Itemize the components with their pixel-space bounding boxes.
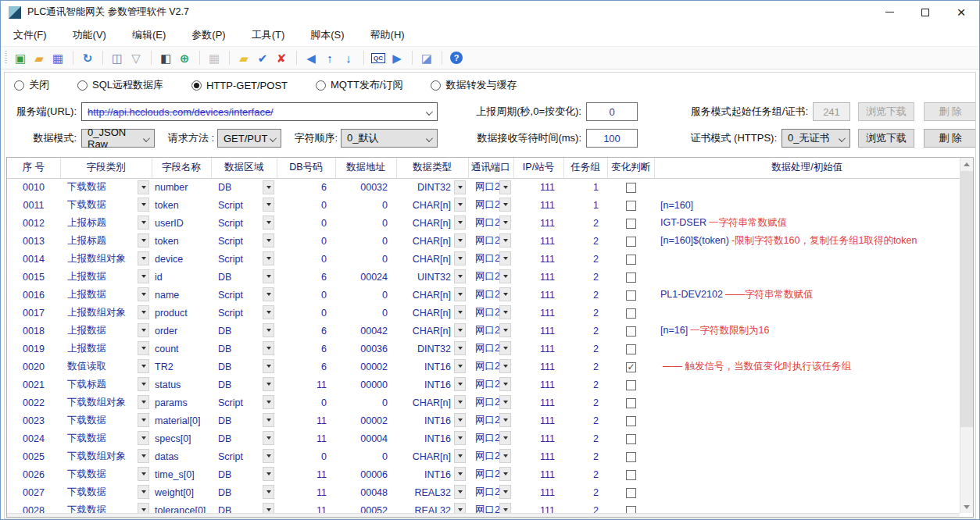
dropdown-button[interactable] [263,431,274,445]
task-group-cell[interactable]: 2 [563,358,607,376]
new-folder-icon[interactable]: ▰ [234,48,253,67]
mode-sql[interactable]: SQL远程数据库 [77,78,163,92]
dropdown-button[interactable] [499,233,511,248]
process-init-cell[interactable]: [n=160]$(token)-限制字符数160，复制任务组1取得的token [654,232,960,250]
field-name-cell[interactable]: time_s[0] [152,465,211,483]
process-init-cell[interactable] [654,340,960,358]
category-cell[interactable]: 上报标题 [60,214,152,232]
data-type-cell[interactable]: REAL32 [396,483,468,501]
dropdown-button[interactable] [138,395,149,409]
change-checkbox[interactable] [626,272,636,283]
data-area-cell[interactable]: DB [211,178,277,196]
dropdown-button[interactable] [263,341,274,355]
dropdown-button[interactable] [138,485,149,499]
dropdown-button[interactable] [454,377,466,391]
task-group-cell[interactable]: 2 [563,411,607,429]
change-checkbox[interactable] [626,326,636,337]
change-checkbox[interactable] [626,452,636,462]
data-address-cell[interactable]: 00002 [335,411,396,429]
data-area-cell[interactable]: Script [211,214,277,232]
dropdown-button[interactable] [499,395,511,409]
dropdown-button[interactable] [138,269,149,283]
dropdown-button[interactable] [138,413,149,427]
category-cell[interactable]: 下载标题 [60,376,152,394]
data-type-cell[interactable]: CHAR[n] [396,232,468,250]
dropdown-button[interactable] [454,413,466,427]
dropdown-button[interactable] [454,323,466,337]
dropdown-button[interactable] [138,287,149,301]
field-name-cell[interactable]: specs[0] [152,429,211,447]
data-address-cell[interactable]: 0 [335,304,396,322]
arrow-down-icon[interactable]: ↓ [339,48,358,67]
dropdown-button[interactable] [499,431,511,445]
db-number-cell[interactable]: 6 [277,322,335,340]
browse-download-button-disabled[interactable]: 浏览下载 [858,102,914,121]
process-init-cell[interactable] [654,268,960,286]
menu-help[interactable]: 帮助(H) [363,25,413,45]
dropdown-button[interactable] [138,341,149,355]
dropdown-button[interactable] [138,449,149,463]
dropdown-button[interactable] [499,251,511,265]
task-group-cell[interactable]: 2 [563,447,607,465]
dropdown-button[interactable] [454,287,466,301]
scroll-down-icon[interactable] [960,500,973,513]
task-group-cell[interactable]: 2 [563,376,607,394]
data-address-cell[interactable]: 00032 [335,178,396,196]
open-folder-icon[interactable]: ▰ [30,48,48,67]
field-name-cell[interactable]: token [152,232,211,250]
image-icon[interactable]: ◪ [417,48,436,67]
change-checkbox[interactable] [626,362,636,372]
ip-station-cell[interactable]: 111 [513,411,563,429]
ip-station-cell[interactable]: 111 [513,376,563,394]
dropdown-button[interactable] [263,287,274,301]
scrollbar-thumb[interactable] [960,171,973,427]
db-number-cell[interactable]: 0 [277,232,335,250]
ip-station-cell[interactable]: 111 [513,465,563,483]
ip-station-cell[interactable]: 111 [513,429,563,447]
data-address-cell[interactable]: 00006 [335,465,396,483]
dropdown-button[interactable] [263,305,274,319]
topology-icon[interactable]: ◫ [108,48,127,67]
category-cell[interactable]: 下载数组对象 [60,447,152,465]
arrow-left-icon[interactable]: ◀ [302,48,320,67]
db-number-cell[interactable]: 0 [277,286,335,304]
vertical-scrollbar[interactable] [960,158,973,513]
data-address-cell[interactable]: 00000 [335,376,396,394]
comm-port-cell[interactable]: 网口2 [468,196,513,214]
ip-station-cell[interactable]: 111 [513,483,563,501]
change-checkbox[interactable] [626,434,636,444]
process-init-cell[interactable] [654,483,960,501]
process-init-cell[interactable]: PL1-DEV2102——字符串常数赋值 [654,286,960,304]
dropdown-button[interactable] [454,305,466,319]
minimize-button[interactable] [871,1,907,23]
comm-port-cell[interactable]: 网口2 [468,358,513,376]
change-checkbox[interactable] [626,290,636,301]
dropdown-button[interactable] [499,413,511,427]
ip-station-cell[interactable]: 111 [513,304,563,322]
menu-edit[interactable]: 编辑(E) [124,25,173,45]
mode-http[interactable]: HTTP-GET/POST [191,80,288,91]
dropdown-button[interactable] [263,269,274,283]
change-checkbox[interactable] [626,237,636,247]
process-init-cell[interactable] [654,411,960,429]
field-name-cell[interactable]: order [152,322,211,340]
data-type-cell[interactable]: CHAR[n] [396,322,468,340]
close-button[interactable] [943,1,979,23]
task-group-cell[interactable]: 1 [563,178,607,196]
dropdown-button[interactable] [138,323,149,337]
data-area-cell[interactable]: DB [211,376,277,394]
dropdown-button[interactable] [263,323,274,337]
dropdown-button[interactable] [454,269,466,283]
dropdown-button[interactable] [454,198,466,212]
mode-close[interactable]: 关闭 [14,78,49,92]
data-area-cell[interactable]: Script [211,250,277,268]
change-checkbox[interactable] [626,416,636,426]
maximize-button[interactable] [907,1,943,23]
data-address-cell[interactable]: 0 [335,394,396,411]
ip-station-cell[interactable]: 111 [513,268,563,286]
process-init-cell[interactable] [654,429,960,447]
data-type-cell[interactable]: CHAR[n] [396,447,468,465]
dropdown-button[interactable] [454,251,466,265]
process-init-cell[interactable]: [n=16]一字符数限制为16 [654,322,960,340]
dropdown-button[interactable] [263,485,274,499]
